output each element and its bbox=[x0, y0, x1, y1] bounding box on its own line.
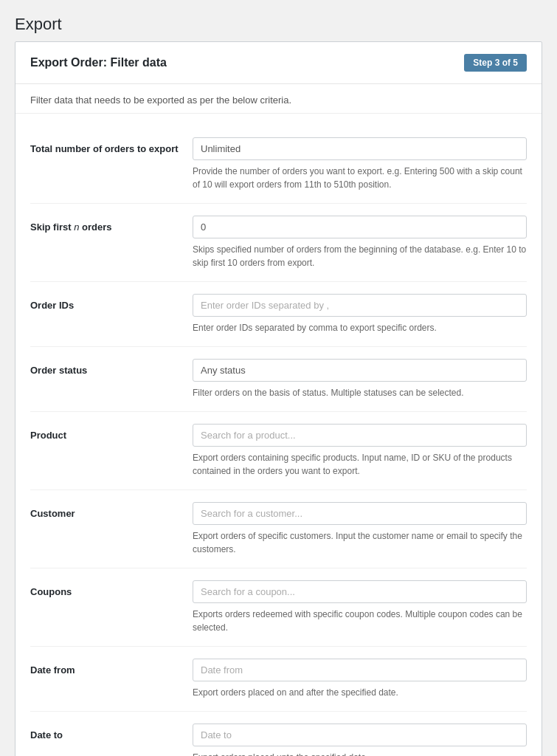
form-label-order-status: Order status bbox=[30, 359, 193, 376]
form-label-order-ids: Order IDs bbox=[30, 294, 193, 311]
main-card: Export Order: Filter data Step 3 of 5 Fi… bbox=[15, 41, 542, 756]
form-row-skip-orders: Skip first n ordersSkips specified numbe… bbox=[30, 204, 527, 282]
order-status-input[interactable] bbox=[193, 359, 527, 382]
product-hint: Export orders containing specific produc… bbox=[193, 451, 527, 478]
date-from-hint: Export orders placed on and after the sp… bbox=[193, 686, 527, 699]
form-row-customer: CustomerExport orders of specific custom… bbox=[30, 490, 527, 568]
form-label-customer: Customer bbox=[30, 502, 193, 519]
form-row-order-ids: Order IDsEnter order IDs separated by co… bbox=[30, 282, 527, 347]
customer-hint: Export orders of specific customers. Inp… bbox=[193, 529, 527, 556]
form-row-order-status: Order statusFilter orders on the basis o… bbox=[30, 347, 527, 412]
form-label-date-from: Date from bbox=[30, 659, 193, 676]
form-field-skip-orders: Skips specified number of orders from th… bbox=[193, 216, 527, 269]
date-to-input[interactable] bbox=[193, 724, 527, 746]
date-from-input[interactable] bbox=[193, 659, 527, 681]
product-input[interactable] bbox=[193, 424, 527, 447]
card-description: Filter data that needs to be exported as… bbox=[15, 84, 542, 114]
form-field-date-from: Export orders placed on and after the sp… bbox=[193, 659, 527, 699]
total-orders-input[interactable] bbox=[193, 137, 527, 160]
step-badge: Step 3 of 5 bbox=[464, 54, 527, 72]
form-label-total-orders: Total number of orders to export bbox=[30, 137, 193, 154]
form-label-skip-orders: Skip first n orders bbox=[30, 216, 193, 233]
order-status-hint: Filter orders on the basis of status. Mu… bbox=[193, 386, 527, 399]
order-ids-input[interactable] bbox=[193, 294, 527, 317]
form-row-product: ProductExport orders containing specific… bbox=[30, 412, 527, 490]
form-label-date-to: Date to bbox=[30, 724, 193, 740]
coupons-hint: Exports orders redeemed with specific co… bbox=[193, 608, 527, 634]
card-header: Export Order: Filter data Step 3 of 5 bbox=[15, 42, 542, 84]
skip-orders-input[interactable] bbox=[193, 216, 527, 238]
form-field-order-ids: Enter order IDs separated by comma to ex… bbox=[193, 294, 527, 334]
form-field-product: Export orders containing specific produc… bbox=[193, 424, 527, 478]
coupons-input[interactable] bbox=[193, 580, 527, 603]
total-orders-hint: Provide the number of orders you want to… bbox=[193, 165, 527, 191]
date-to-hint: Export orders placed upto the specified … bbox=[193, 751, 527, 756]
page-title: Export bbox=[0, 0, 557, 41]
skip-orders-hint: Skips specified number of orders from th… bbox=[193, 243, 527, 269]
customer-input[interactable] bbox=[193, 502, 527, 525]
card-header-title: Export Order: Filter data bbox=[30, 56, 167, 69]
form-field-order-status: Filter orders on the basis of status. Mu… bbox=[193, 359, 527, 399]
form-field-customer: Export orders of specific customers. Inp… bbox=[193, 502, 527, 556]
form-row-date-to: Date toExport orders placed upto the spe… bbox=[30, 712, 527, 756]
form-label-coupons: Coupons bbox=[30, 580, 193, 597]
form-row-date-from: Date fromExport orders placed on and aft… bbox=[30, 647, 527, 712]
form-body: Total number of orders to exportProvide … bbox=[15, 118, 542, 756]
form-field-coupons: Exports orders redeemed with specific co… bbox=[193, 580, 527, 634]
form-field-total-orders: Provide the number of orders you want to… bbox=[193, 137, 527, 191]
order-ids-hint: Enter order IDs separated by comma to ex… bbox=[193, 321, 527, 334]
form-row-coupons: CouponsExports orders redeemed with spec… bbox=[30, 568, 527, 647]
form-field-date-to: Export orders placed upto the specified … bbox=[193, 724, 527, 756]
form-row-total-orders: Total number of orders to exportProvide … bbox=[30, 126, 527, 204]
form-label-product: Product bbox=[30, 424, 193, 441]
